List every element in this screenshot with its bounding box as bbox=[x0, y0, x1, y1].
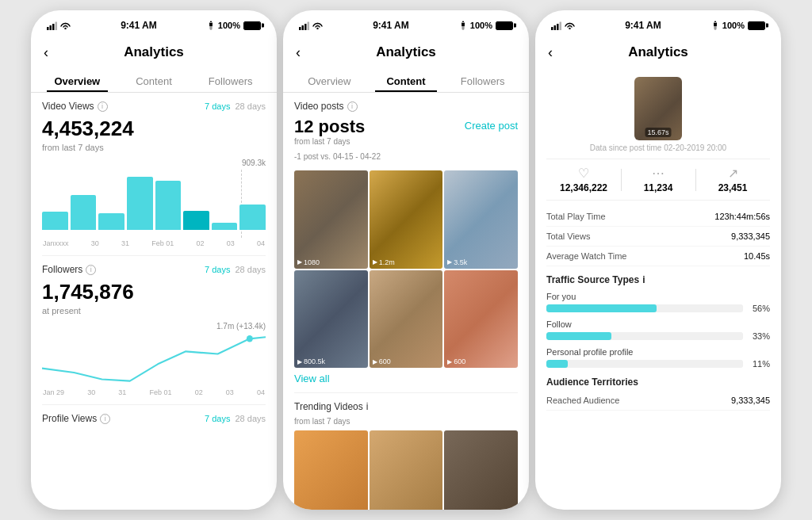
video-views-info-icon[interactable]: i bbox=[98, 101, 108, 112]
svg-point-5 bbox=[247, 335, 253, 342]
create-post-button[interactable]: Create post bbox=[465, 120, 518, 132]
video-thumb-5[interactable]: ▶600 bbox=[370, 270, 443, 369]
svg-rect-11 bbox=[551, 27, 553, 30]
traffic-for-you-track bbox=[546, 304, 743, 312]
post-duration: 15.67s bbox=[645, 128, 671, 137]
svg-rect-12 bbox=[554, 25, 557, 30]
video-posts-info-icon[interactable]: i bbox=[347, 101, 358, 112]
traffic-follow-track bbox=[546, 332, 743, 340]
trending-grid bbox=[294, 430, 518, 510]
page-header-3: ‹ Analytics bbox=[535, 36, 781, 69]
video-thumb-3[interactable]: ▶3.5k bbox=[444, 170, 518, 269]
page-title-2: Analytics bbox=[376, 44, 436, 60]
trending-thumb-1[interactable] bbox=[294, 430, 368, 510]
tab-overview-2[interactable]: Overview bbox=[291, 69, 368, 92]
bar-5 bbox=[155, 181, 182, 230]
battery-pct-1: 100% bbox=[218, 21, 240, 30]
svg-rect-9 bbox=[308, 21, 310, 30]
battery-icon-2 bbox=[496, 21, 513, 30]
stat-shares: ↗ 23,451 bbox=[695, 166, 770, 193]
svg-rect-14 bbox=[560, 21, 562, 30]
content-tab-content: Video posts i 12 posts from last 7 days … bbox=[283, 93, 529, 510]
followers-7days-btn[interactable]: 7 days bbox=[205, 265, 230, 274]
page-header-1: ‹ Analytics bbox=[31, 36, 277, 69]
signal-icons bbox=[47, 21, 71, 30]
video-views-28days-btn[interactable]: 28 days bbox=[235, 101, 266, 111]
page-title-3: Analytics bbox=[628, 44, 688, 60]
bar-6 bbox=[183, 211, 209, 230]
followers-28days-btn[interactable]: 28 days bbox=[235, 265, 266, 274]
signal-icons-2 bbox=[299, 21, 323, 30]
stats-row: ♡ 12,346,222 ⋯ 11,234 ↗ 23,451 bbox=[546, 159, 770, 201]
total-play-time-row: Total Play Time 123h:44m:56s bbox=[546, 207, 770, 227]
comment-icon: ⋯ bbox=[621, 166, 695, 181]
posts-header: 12 posts from last 7 days -1 post vs. 04… bbox=[294, 117, 518, 167]
back-button-1[interactable]: ‹ bbox=[44, 44, 48, 61]
tab-content-2[interactable]: Content bbox=[368, 69, 445, 92]
tab-overview-1[interactable]: Overview bbox=[39, 69, 116, 92]
total-views-label: Total Views bbox=[546, 231, 590, 241]
traffic-sources-title: Traffic Source Types i bbox=[546, 274, 770, 285]
tab-followers-2[interactable]: Followers bbox=[444, 69, 521, 92]
back-button-3[interactable]: ‹ bbox=[548, 44, 553, 61]
video-thumb-6[interactable]: ▶600 bbox=[444, 270, 518, 369]
audience-title: Audience Territories bbox=[546, 377, 770, 388]
avg-watch-time-label: Average Watch Time bbox=[546, 251, 627, 261]
trending-info-icon[interactable]: i bbox=[366, 401, 369, 412]
followers-chart: 1.7m (+13.4k) bbox=[42, 322, 266, 385]
profile-views-28days-btn[interactable]: 28 days bbox=[235, 414, 266, 423]
phone-3: 9:41 AM 100% ‹ Analytics 15.67s Data sin… bbox=[535, 10, 781, 510]
page-header-2: ‹ Analytics bbox=[283, 36, 529, 69]
traffic-profile-row: Personal profile profile 11% bbox=[546, 347, 770, 369]
page-title-1: Analytics bbox=[124, 44, 184, 60]
traffic-info-icon[interactable]: i bbox=[642, 274, 645, 285]
status-time-3: 9:41 AM bbox=[625, 20, 661, 31]
video-views-value: 4,453,224 bbox=[42, 117, 266, 141]
traffic-profile-fill bbox=[546, 360, 568, 368]
chart-top-label: 909.3k bbox=[242, 159, 266, 167]
share-icon: ↗ bbox=[695, 166, 770, 181]
back-button-2[interactable]: ‹ bbox=[296, 44, 301, 61]
status-right-2: 100% bbox=[459, 21, 513, 30]
signal-icons-3 bbox=[551, 21, 575, 30]
trending-thumb-3[interactable] bbox=[444, 430, 518, 510]
bar-7 bbox=[212, 223, 238, 230]
video-thumb-1[interactable]: ▶1080 bbox=[294, 170, 368, 269]
followers-info-icon[interactable]: i bbox=[86, 265, 96, 275]
svg-rect-13 bbox=[557, 24, 559, 30]
svg-point-15 bbox=[569, 28, 570, 29]
tab-followers-1[interactable]: Followers bbox=[192, 69, 269, 92]
profile-views-7days-btn[interactable]: 7 days bbox=[205, 414, 230, 423]
video-thumb-4[interactable]: ▶800.5k bbox=[294, 270, 368, 369]
followers-chart-labels: Jan 293031Feb 01020304 bbox=[42, 388, 266, 396]
stat-likes: ♡ 12,346,222 bbox=[546, 166, 621, 193]
traffic-profile-pct: 11% bbox=[748, 359, 770, 369]
svg-point-4 bbox=[64, 28, 66, 29]
battery-pct-2: 100% bbox=[470, 21, 492, 30]
comments-value: 11,234 bbox=[621, 182, 695, 193]
bar-2 bbox=[71, 195, 97, 230]
heart-icon: ♡ bbox=[546, 166, 621, 181]
followers-subtext: at present bbox=[42, 306, 266, 315]
view-all-button[interactable]: View all bbox=[294, 373, 518, 384]
reached-audience-value: 9,333,345 bbox=[731, 396, 770, 405]
trending-sub: from last 7 days bbox=[294, 417, 518, 426]
total-views-row: Total Views 9,333,345 bbox=[546, 227, 770, 247]
svg-rect-3 bbox=[56, 21, 58, 30]
followers-label: Followers i 7 days 28 days bbox=[42, 264, 266, 275]
trending-videos-label: Trending Videos i bbox=[294, 401, 518, 412]
traffic-follow-label: Follow bbox=[546, 319, 770, 329]
trending-thumb-2[interactable] bbox=[370, 430, 443, 510]
video-views-7days-btn[interactable]: 7 days bbox=[205, 101, 230, 111]
tab-content-1[interactable]: Content bbox=[116, 69, 193, 92]
traffic-for-you-pct: 56% bbox=[748, 304, 770, 313]
traffic-profile-track bbox=[546, 360, 743, 368]
avg-watch-time-row: Average Watch Time 10.45s bbox=[546, 247, 770, 266]
posts-sub-1: from last 7 days bbox=[294, 137, 381, 146]
profile-views-info-icon[interactable]: i bbox=[100, 414, 110, 424]
data-since-text: Data since post time 02-20-2019 20:00 bbox=[546, 143, 770, 152]
svg-point-10 bbox=[316, 28, 318, 29]
stat-comments: ⋯ 11,234 bbox=[621, 166, 695, 193]
posts-count: 12 posts bbox=[294, 117, 381, 137]
video-thumb-2[interactable]: ▶1.2m bbox=[370, 170, 443, 269]
